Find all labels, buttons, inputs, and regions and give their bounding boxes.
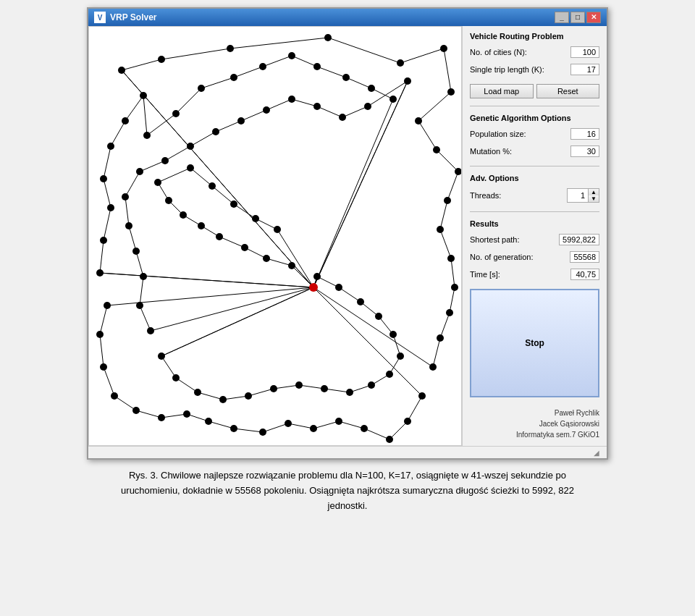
num-cities-row: No. of cities (N): 100 bbox=[470, 46, 599, 58]
spinner-arrows: ▲ ▼ bbox=[588, 189, 599, 202]
adv-section-title: Adv. Options bbox=[470, 174, 599, 182]
trip-length-value: 17 bbox=[570, 64, 599, 75]
divider-3 bbox=[470, 211, 599, 212]
caption-area: Rys. 3. Chwilowe najlepsze rozwiązanie p… bbox=[87, 468, 608, 528]
pop-size-row: Population size: 16 bbox=[470, 128, 599, 140]
title-bar-left: V VRP Solver bbox=[94, 12, 156, 23]
num-generation-label: No. of generation: bbox=[470, 253, 533, 261]
load-map-button[interactable]: Load map bbox=[470, 84, 534, 98]
map-buttons: Load map Reset bbox=[470, 84, 599, 98]
results-section-title: Results bbox=[470, 219, 599, 228]
graph-canvas bbox=[89, 27, 462, 446]
shortest-path-value: 5992,822 bbox=[559, 234, 599, 245]
ga-section-title: Genetic Algorithm Options bbox=[470, 114, 599, 122]
credits: Paweł Rychlik Jacek Gąsiorowski Informat… bbox=[470, 402, 599, 440]
resize-grip: ◢ bbox=[592, 448, 601, 457]
divider-2 bbox=[470, 166, 599, 166]
stop-button[interactable]: Stop bbox=[470, 289, 599, 397]
title-bar: V VRP Solver _ □ ✕ bbox=[88, 9, 607, 26]
time-value: 40,75 bbox=[570, 269, 599, 280]
close-button[interactable]: ✕ bbox=[586, 12, 601, 23]
shortest-path-row: Shortest path: 5992,822 bbox=[470, 234, 599, 245]
credits-line1: Paweł Rychlik bbox=[470, 408, 599, 418]
time-row: Time [s]: 40,75 bbox=[470, 269, 599, 280]
caption-line3: jednostki. bbox=[101, 499, 594, 514]
app-icon: V bbox=[94, 12, 106, 23]
num-cities-label: No. of cities (N): bbox=[470, 48, 527, 56]
spinner-down-button[interactable]: ▼ bbox=[589, 195, 599, 202]
num-generation-row: No. of generation: 55568 bbox=[470, 251, 599, 263]
threads-row: Threads: 1 ▲ ▼ bbox=[470, 188, 599, 203]
shortest-path-label: Shortest path: bbox=[470, 235, 520, 244]
threads-label: Threads: bbox=[470, 191, 501, 200]
maximize-button[interactable]: □ bbox=[570, 12, 585, 23]
pop-size-value: 16 bbox=[570, 128, 599, 140]
window-body: Vehicle Routing Problem No. of cities (N… bbox=[88, 26, 607, 446]
threads-value: 1 bbox=[568, 190, 588, 201]
threads-spinner[interactable]: 1 ▲ ▼ bbox=[567, 188, 599, 203]
caption-line2: uruchomieniu, dokładnie w 55568 pokoleni… bbox=[101, 484, 594, 499]
status-bar: ◢ bbox=[88, 446, 607, 458]
trip-length-label: Single trip length (K): bbox=[470, 65, 544, 74]
vrp-solver-window: V VRP Solver _ □ ✕ Vehicle Routing Probl… bbox=[87, 7, 608, 460]
credits-line2: Jacek Gąsiorowski bbox=[470, 418, 599, 429]
credits-line3: Informatyka sem.7 GKiO1 bbox=[470, 429, 599, 440]
divider-1 bbox=[470, 106, 599, 106]
spinner-up-button[interactable]: ▲ bbox=[589, 189, 599, 195]
trip-length-row: Single trip length (K): 17 bbox=[470, 64, 599, 75]
window-controls: _ □ ✕ bbox=[555, 12, 601, 23]
mutation-row: Mutation %: 30 bbox=[470, 145, 599, 157]
num-cities-value: 100 bbox=[570, 46, 599, 58]
mutation-label: Mutation %: bbox=[470, 147, 512, 156]
reset-button[interactable]: Reset bbox=[536, 84, 600, 98]
window-title: VRP Solver bbox=[110, 12, 156, 22]
time-label: Time [s]: bbox=[470, 270, 500, 279]
right-panel: Vehicle Routing Problem No. of cities (N… bbox=[462, 26, 607, 446]
caption-line1: Rys. 3. Chwilowe najlepsze rozwiązanie p… bbox=[101, 468, 594, 484]
graph-canvas-area bbox=[88, 26, 462, 446]
minimize-button[interactable]: _ bbox=[555, 12, 569, 23]
pop-size-label: Population size: bbox=[470, 130, 526, 138]
mutation-value: 30 bbox=[570, 145, 599, 157]
vrp-section-title: Vehicle Routing Problem bbox=[470, 32, 599, 41]
num-generation-value: 55568 bbox=[570, 251, 599, 263]
